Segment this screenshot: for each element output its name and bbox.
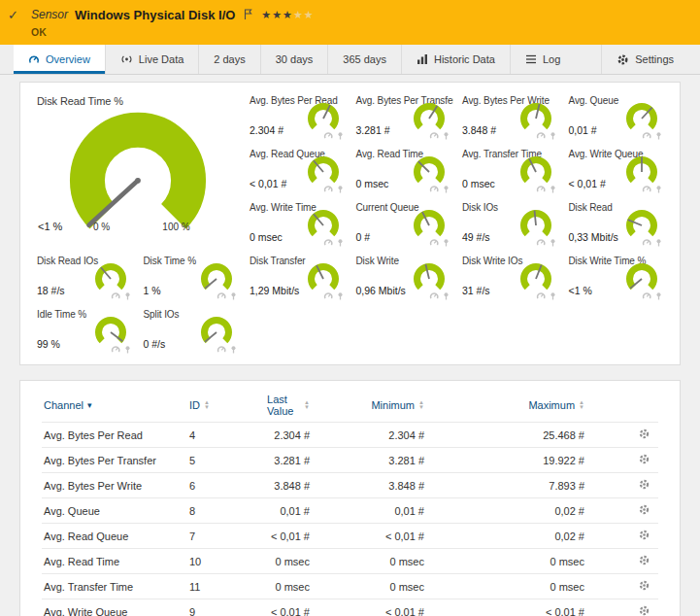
pin-icon[interactable] (442, 185, 450, 193)
channel-gauge[interactable]: Disk Transfer 1,29 Mbit/s (247, 253, 348, 301)
pin-icon[interactable] (549, 291, 557, 300)
channel-settings-icon[interactable] (638, 503, 650, 516)
channel-row[interactable]: Avg. Write Queue 9 < 0,01 # < 0,01 # < 0… (42, 599, 658, 616)
pin-icon[interactable] (123, 291, 132, 300)
channel-name-cell[interactable]: Avg. Write Queue (42, 599, 187, 616)
mini-gauge-toggle-icon[interactable] (536, 291, 546, 300)
channel-gauge[interactable]: Disk IOs 49 #/s (459, 199, 560, 248)
channel-name-cell[interactable]: Avg. Bytes Per Read (42, 423, 187, 448)
pin-icon[interactable] (654, 185, 663, 193)
channel-gauge[interactable]: Disk Write IOs 31 #/s (459, 253, 560, 301)
channel-gauge[interactable]: Avg. Read Queue < 0,01 # (247, 146, 348, 194)
stars-empty[interactable]: ★★ (293, 9, 315, 20)
mini-gauge-toggle-icon[interactable] (111, 291, 120, 300)
channel-gauge[interactable]: Avg. Transfer Time 0 msec (459, 146, 560, 194)
mini-gauge-toggle-icon[interactable] (323, 185, 333, 193)
channel-row[interactable]: Avg. Queue 8 0,01 # 0,01 # 0,02 # (42, 498, 658, 524)
pin-icon[interactable] (549, 238, 557, 247)
channel-gauge[interactable]: Disk Write Time % <1 % (566, 253, 667, 301)
pin-icon[interactable] (336, 291, 345, 300)
column-header-id[interactable]: ID ▲▼ (187, 389, 226, 423)
pin-icon[interactable] (549, 185, 557, 193)
channel-settings-icon[interactable] (638, 428, 650, 440)
tab-30-days[interactable]: 30 days (260, 45, 328, 74)
column-header-minimum[interactable]: Minimum ▲▼ (312, 389, 426, 423)
pin-icon[interactable] (654, 291, 663, 300)
channel-gauge[interactable]: Avg. Write Time 0 msec (247, 199, 348, 248)
pin-icon[interactable] (654, 131, 663, 140)
channel-row[interactable]: Avg. Bytes Per Read 4 2.304 # 2.304 # 25… (42, 423, 658, 448)
pin-icon[interactable] (442, 291, 450, 300)
column-header-maximum[interactable]: Maximum ▲▼ (426, 389, 586, 423)
mini-gauge-toggle-icon[interactable] (429, 131, 439, 140)
mini-gauge-toggle-icon[interactable] (536, 238, 546, 247)
channel-gauge[interactable]: Split IOs 0 #/s (141, 306, 242, 355)
channel-gauge[interactable]: Disk Read 0,33 Mbit/s (566, 199, 667, 248)
column-header-channel[interactable]: Channel ▾ (42, 389, 187, 423)
pin-icon[interactable] (336, 238, 345, 247)
channel-row[interactable]: Avg. Transfer Time 11 0 msec 0 msec 0 ms… (42, 574, 658, 599)
channel-settings-icon[interactable] (638, 604, 650, 616)
mini-gauge-toggle-icon[interactable] (323, 238, 333, 247)
channel-gauge[interactable]: Disk Write 0,96 Mbit/s (353, 253, 454, 301)
mini-gauge-toggle-icon[interactable] (536, 185, 546, 193)
pin-icon[interactable] (336, 185, 345, 193)
channel-gauge[interactable]: Disk Read IOs 18 #/s (34, 253, 135, 301)
channel-name-cell[interactable]: Avg. Queue (42, 498, 187, 524)
mini-gauge-toggle-icon[interactable] (642, 185, 651, 193)
channel-gauge[interactable]: Avg. Bytes Per Transfer 3.281 # (353, 92, 454, 141)
mini-gauge-toggle-icon[interactable] (642, 131, 651, 140)
mini-gauge-toggle-icon[interactable] (642, 291, 651, 300)
pin-icon[interactable] (442, 238, 450, 247)
pin-icon[interactable] (123, 345, 132, 354)
channel-gauge[interactable]: Disk Time % 1 % (141, 253, 242, 301)
main-gauge-disk-read-time[interactable]: Disk Read Time % 0 % 100 % <1 % (34, 92, 241, 248)
channel-gauge[interactable]: Avg. Bytes Per Write 3.848 # (459, 92, 560, 141)
channel-settings-icon[interactable] (638, 529, 650, 541)
tab-365-days[interactable]: 365 days (327, 45, 401, 74)
channel-gauge[interactable]: Avg. Write Queue < 0,01 # (566, 146, 667, 194)
channel-gauge[interactable]: Idle Time % 99 % (34, 306, 135, 355)
tab-settings[interactable]: Settings (601, 45, 688, 74)
tab-log[interactable]: Log (510, 45, 575, 74)
tab-historic-data[interactable]: Historic Data (401, 45, 510, 74)
channel-settings-icon[interactable] (638, 478, 650, 491)
channel-row[interactable]: Avg. Read Queue 7 < 0,01 # < 0,01 # 0,02… (42, 524, 658, 549)
stars-filled[interactable]: ★★★ (261, 9, 293, 20)
pin-icon[interactable] (442, 131, 450, 140)
mini-gauge-toggle-icon[interactable] (429, 185, 439, 193)
channel-gauge[interactable]: Current Queue 0 # (353, 199, 454, 248)
priority-stars[interactable]: ★★★★★ (261, 9, 314, 21)
mini-gauge-toggle-icon[interactable] (429, 291, 439, 300)
mini-gauge-toggle-icon[interactable] (111, 345, 120, 354)
channel-row[interactable]: Avg. Read Time 10 0 msec 0 msec 0 msec (42, 549, 658, 574)
channel-gauge[interactable]: Avg. Queue 0,01 # (566, 92, 667, 141)
channel-name-cell[interactable]: Avg. Read Time (42, 549, 187, 574)
channel-name-cell[interactable]: Avg. Read Queue (42, 524, 187, 549)
mini-gauge-toggle-icon[interactable] (323, 131, 333, 140)
channel-name-cell[interactable]: Avg. Transfer Time (42, 574, 187, 599)
mini-gauge-toggle-icon[interactable] (217, 291, 226, 300)
pin-icon[interactable] (229, 291, 238, 300)
mini-gauge-toggle-icon[interactable] (536, 131, 546, 140)
channel-row[interactable]: Avg. Bytes Per Write 6 3.848 # 3.848 # 7… (42, 473, 658, 498)
mini-gauge-toggle-icon[interactable] (217, 345, 226, 354)
channel-name-cell[interactable]: Avg. Bytes Per Write (42, 473, 187, 498)
channel-row[interactable]: Avg. Bytes Per Transfer 5 3.281 # 3.281 … (42, 448, 658, 473)
flag-icon[interactable] (244, 9, 252, 20)
channel-gauge[interactable]: Avg. Bytes Per Read 2.304 # (247, 92, 348, 141)
mini-gauge-toggle-icon[interactable] (429, 238, 439, 247)
channel-gauge[interactable]: Avg. Read Time 0 msec (353, 146, 454, 194)
mini-gauge-toggle-icon[interactable] (642, 238, 651, 247)
column-header-last-value[interactable]: Last Value ▲▼ (226, 389, 312, 423)
channel-settings-icon[interactable] (638, 453, 650, 465)
tab-overview[interactable]: Overview (14, 45, 105, 74)
pin-icon[interactable] (229, 345, 238, 354)
channel-settings-icon[interactable] (638, 554, 650, 566)
channel-name-cell[interactable]: Avg. Bytes Per Transfer (42, 448, 187, 473)
tab-live-data[interactable]: Live Data (105, 45, 198, 74)
pin-icon[interactable] (336, 131, 345, 140)
mini-gauge-toggle-icon[interactable] (323, 291, 333, 300)
channel-settings-icon[interactable] (638, 579, 650, 592)
pin-icon[interactable] (654, 238, 663, 247)
